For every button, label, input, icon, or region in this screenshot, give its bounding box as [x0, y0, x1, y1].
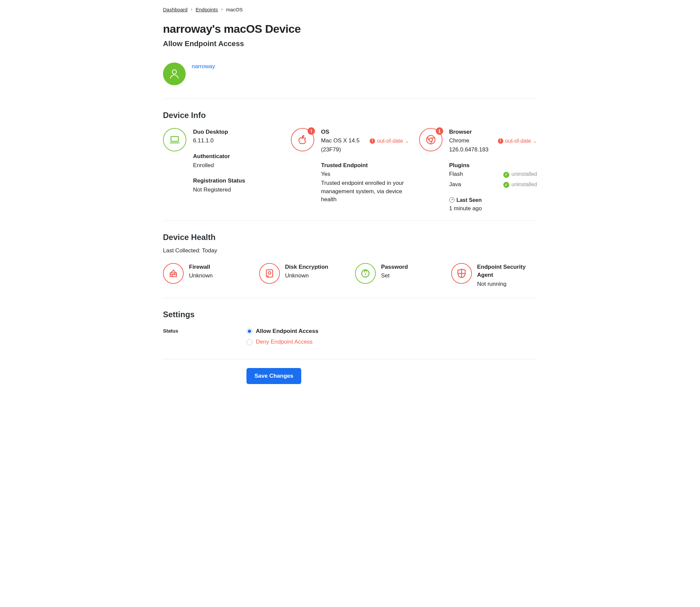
- plugin-java-status: ✓uninstalled: [503, 181, 537, 188]
- browser-name: Chrome: [449, 137, 488, 145]
- svg-point-6: [267, 276, 268, 276]
- registration-value: Not Registered: [193, 186, 281, 194]
- plugins-label: Plugins: [449, 162, 537, 170]
- browser-out-of-date-toggle[interactable]: ! out-of-date ⌄: [498, 137, 537, 145]
- browser-version: 126.0.6478.183: [449, 146, 488, 154]
- status-field-label: Status: [163, 327, 220, 335]
- chevron-right-icon: ›: [221, 6, 222, 13]
- os-out-of-date-toggle[interactable]: ! out-of-date ⌄: [370, 137, 409, 145]
- plugin-java: Java: [449, 181, 461, 189]
- alert-icon: !: [498, 139, 503, 144]
- last-seen-value: 1 minute ago: [449, 205, 537, 213]
- apple-icon: !: [291, 128, 314, 151]
- os-status-text: out-of-date: [377, 137, 403, 145]
- authenticator-label: Authenticator: [193, 152, 281, 161]
- firewall-icon: [163, 263, 184, 284]
- password-value: Set: [381, 272, 441, 280]
- alert-badge-icon: !: [308, 127, 315, 135]
- last-collected: Last Collected: Today: [163, 247, 537, 255]
- save-changes-button[interactable]: Save Changes: [246, 368, 301, 384]
- count-badge: 1: [436, 127, 443, 135]
- radio-deny[interactable]: [246, 339, 253, 345]
- breadcrumb: Dashboard › Endpoints › macOS: [163, 6, 537, 13]
- laptop-icon: [163, 128, 187, 151]
- trusted-endpoint-label: Trusted Endpoint: [321, 162, 409, 170]
- os-label: OS: [321, 128, 359, 137]
- duo-desktop-label: Duo Desktop: [193, 128, 281, 137]
- radio-allow[interactable]: [246, 328, 253, 334]
- svg-point-5: [268, 271, 271, 274]
- disk-encryption-value: Unknown: [285, 272, 345, 280]
- breadcrumb-current: macOS: [226, 6, 243, 13]
- clock-icon: [449, 197, 455, 203]
- svg-point-0: [172, 70, 177, 74]
- duo-desktop-version: 6.11.1.0: [193, 137, 281, 145]
- radio-allow-label: Allow Endpoint Access: [256, 327, 318, 336]
- security-agent-label: Endpoint Security Agent: [477, 263, 538, 279]
- radio-deny-label: Deny Endpoint Access: [256, 338, 312, 346]
- firewall-value: Unknown: [189, 272, 249, 280]
- page-subtitle: Allow Endpoint Access: [163, 38, 537, 49]
- chrome-icon: 1: [419, 128, 442, 151]
- plugin-flash-status: ✓uninstalled: [503, 170, 537, 178]
- owner-link[interactable]: narroway: [192, 63, 215, 71]
- check-icon: ✓: [503, 182, 509, 188]
- firewall-label: Firewall: [189, 263, 249, 271]
- registration-label: Registration Status: [193, 177, 281, 185]
- plugin-flash: Flash: [449, 170, 463, 179]
- section-device-info: Device Info: [163, 110, 537, 121]
- os-build: (23F79): [321, 146, 359, 154]
- svg-rect-1: [171, 137, 178, 141]
- page-title: narroway's macOS Device: [163, 21, 537, 37]
- authenticator-value: Enrolled: [193, 162, 281, 170]
- breadcrumb-dashboard[interactable]: Dashboard: [163, 6, 188, 13]
- avatar: [163, 63, 186, 85]
- security-agent-icon: [451, 263, 472, 284]
- os-version: Mac OS X 14.5: [321, 137, 359, 145]
- disk-encryption-label: Disk Encryption: [285, 263, 345, 271]
- check-icon: ✓: [503, 172, 509, 178]
- chevron-right-icon: ›: [191, 6, 192, 13]
- browser-status-text: out-of-date: [505, 137, 531, 145]
- disk-encryption-icon: [259, 263, 280, 284]
- alert-icon: !: [370, 139, 375, 144]
- password-label: Password: [381, 263, 441, 271]
- last-seen-label: Last Seen: [449, 196, 537, 204]
- chevron-down-icon: ⌄: [405, 138, 409, 144]
- trusted-endpoint-value: Yes: [321, 170, 409, 179]
- breadcrumb-endpoints[interactable]: Endpoints: [196, 6, 218, 13]
- section-device-health: Device Health: [163, 232, 537, 243]
- browser-label: Browser: [449, 128, 488, 137]
- user-icon: [168, 68, 180, 80]
- chevron-down-icon: ⌄: [533, 138, 537, 144]
- trusted-endpoint-desc: Trusted endpoint enrolled in your manage…: [321, 179, 408, 204]
- password-icon: [355, 263, 376, 284]
- section-settings: Settings: [163, 309, 537, 320]
- security-agent-value: Not running: [477, 280, 538, 289]
